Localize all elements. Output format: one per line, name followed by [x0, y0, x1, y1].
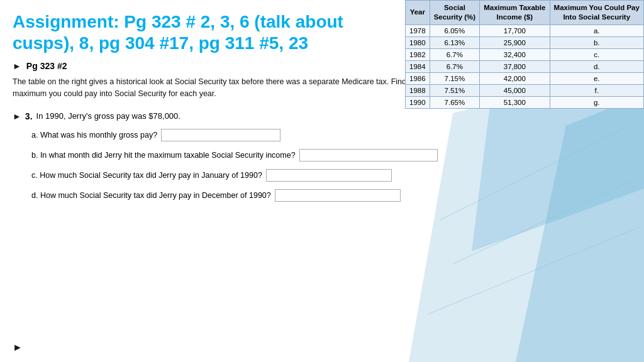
problem-header: ► 3. In 1990, Jerry's gross pay was $78,… — [13, 111, 180, 121]
cell-max-pay: c. — [550, 48, 644, 60]
col-max-income: Maximum TaxableIncome ($) — [480, 1, 550, 25]
sub-questions: a. What was his monthly gross pay?b. In … — [31, 129, 631, 202]
problem-statement: In 1990, Jerry's gross pay was $78,000. — [36, 111, 180, 121]
cell-max-pay: g. — [550, 96, 644, 108]
pg323-label: Pg 323 #2 — [26, 61, 67, 71]
cell-rate: 7.65% — [430, 96, 480, 108]
cell-year: 1980 — [406, 36, 430, 48]
answer-input-a[interactable] — [161, 129, 280, 141]
cell-year: 1984 — [406, 60, 430, 72]
description-text: The table on the right gives a historica… — [13, 76, 453, 100]
table-row: 1982 6.7% 32,400 c. — [406, 48, 644, 60]
arrow-icon: ► — [13, 61, 21, 71]
cell-rate: 6.13% — [430, 36, 480, 48]
cell-rate: 7.51% — [430, 84, 480, 96]
question-c-text: c. How much Social Security tax did Jerr… — [31, 171, 262, 180]
question-a-text: a. What was his monthly gross pay? — [31, 131, 157, 140]
cell-max-pay: b. — [550, 36, 644, 48]
sub-question-b: b. In what month did Jerry hit the maxim… — [31, 149, 631, 162]
cell-max-pay: f. — [550, 84, 644, 96]
cell-max-income: 37,800 — [480, 60, 550, 72]
problem-3-section: ► 3. In 1990, Jerry's gross pay was $78,… — [13, 111, 631, 202]
problem-arrow-icon: ► — [13, 111, 21, 121]
answer-input-b[interactable] — [299, 149, 438, 162]
cell-max-pay: d. — [550, 60, 644, 72]
cell-year: 1982 — [406, 48, 430, 60]
cell-max-income: 17,700 — [480, 25, 550, 36]
cell-max-pay: e. — [550, 72, 644, 84]
question-b-text: b. In what month did Jerry hit the maxim… — [31, 151, 296, 160]
cell-year: 1990 — [406, 96, 430, 108]
sub-question-c: c. How much Social Security tax did Jerr… — [31, 169, 631, 182]
answer-input-c[interactable] — [266, 169, 392, 182]
cell-max-income: 51,300 — [480, 96, 550, 108]
cell-rate: 7.15% — [430, 72, 480, 84]
col-max-pay: Maximum You Could PayInto Social Securit… — [550, 1, 644, 25]
assignment-title: Assignment: Pg 323 # 2, 3, 6 (talk about… — [13, 11, 402, 53]
cell-max-income: 42,000 — [480, 72, 550, 84]
cell-year: 1988 — [406, 84, 430, 96]
cell-year: 1978 — [406, 25, 430, 36]
cell-max-income: 25,900 — [480, 36, 550, 48]
col-ss-rate: SocialSecurity (%) — [430, 1, 480, 25]
table-row: 1984 6.7% 37,800 d. — [406, 60, 644, 72]
cell-rate: 6.05% — [430, 25, 480, 36]
cell-rate: 6.7% — [430, 48, 480, 60]
social-security-table: Year SocialSecurity (%) Maximum TaxableI… — [405, 0, 644, 109]
cell-max-pay: a. — [550, 25, 644, 36]
answer-input-d[interactable] — [275, 189, 401, 202]
question-d-text: d. How much Social Security tax did Jerr… — [31, 191, 271, 200]
table-row: 1988 7.51% 45,000 f. — [406, 84, 644, 96]
cell-rate: 6.7% — [430, 60, 480, 72]
table-row: 1990 7.65% 51,300 g. — [406, 96, 644, 108]
problem-number-label: 3. — [25, 111, 33, 121]
table-row: 1978 6.05% 17,700 a. — [406, 25, 644, 36]
cell-year: 1986 — [406, 72, 430, 84]
bottom-arrow-icon: ► — [13, 342, 23, 353]
table-row: 1986 7.15% 42,000 e. — [406, 72, 644, 84]
sub-question-d: d. How much Social Security tax did Jerr… — [31, 189, 631, 202]
cell-max-income: 32,400 — [480, 48, 550, 60]
cell-max-income: 45,000 — [480, 84, 550, 96]
sub-question-a: a. What was his monthly gross pay? — [31, 129, 631, 141]
table-row: 1980 6.13% 25,900 b. — [406, 36, 644, 48]
col-year: Year — [406, 1, 430, 25]
